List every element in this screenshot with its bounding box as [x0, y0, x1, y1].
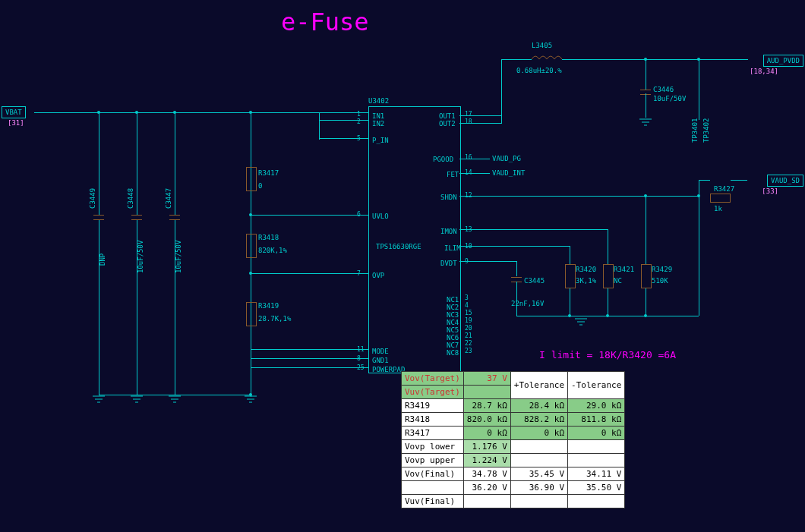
- tp3401: TP3401: [691, 118, 699, 143]
- tolerance-table: Vov(Target)37 V+Tolerance-Tolerance Vuv(…: [401, 371, 625, 508]
- gnd-icon: [573, 317, 589, 329]
- pin-in2: IN2: [372, 120, 384, 127]
- pin-uvlo: UVLO: [372, 212, 389, 220]
- pin-nc6: NC6: [447, 334, 459, 342]
- val-c3448: 10uF/50V: [137, 241, 144, 273]
- inductor-l3405: [532, 53, 562, 65]
- gnd-icon: [638, 118, 653, 129]
- res-r3420: [565, 264, 576, 288]
- pin-mode: MODE: [372, 348, 389, 355]
- res-r3427: [710, 194, 731, 203]
- res-r3417: [246, 167, 257, 191]
- cap-c3449: [93, 215, 104, 220]
- pin-out1: OUT1: [439, 112, 456, 120]
- schematic-title: e-Fuse: [281, 8, 369, 36]
- pin-nc4: NC4: [447, 319, 459, 326]
- cap-c3448: [131, 215, 142, 220]
- ref-c3449: C3449: [89, 188, 96, 209]
- val-r3418: 820K,1%: [258, 247, 287, 254]
- pin-powerpad: POWERPAD: [372, 366, 405, 373]
- val-r3429: 510K: [652, 277, 668, 285]
- ic-part: TPS16630RGE: [376, 243, 421, 250]
- pin-out2: OUT2: [439, 120, 456, 127]
- ref-r3418: R3418: [258, 234, 279, 241]
- ref-c3448: C3448: [127, 188, 134, 209]
- val-r3419: 28.7K,1%: [258, 315, 291, 323]
- port-aud-pvdd-pages: [18,34]: [750, 68, 778, 75]
- port-vaud-sd: VAUD_SD: [767, 175, 803, 187]
- val-r3427: 1k: [714, 205, 722, 212]
- net-vaud-int: VAUD_INT: [492, 169, 525, 177]
- gnd-icon: [167, 395, 182, 406]
- pin-ovp: OVP: [372, 272, 384, 279]
- pin-nc8: NC8: [447, 349, 459, 357]
- val-r3420: 3K,1%: [576, 277, 596, 285]
- ref-l3405: L3405: [532, 42, 552, 49]
- pin-nc3: NC3: [447, 311, 459, 319]
- tp3402: TP3402: [702, 118, 710, 143]
- val-c3446: 10uF/50V: [653, 95, 686, 102]
- ref-r3427: R3427: [714, 185, 734, 193]
- pin-imon: IMON: [440, 228, 457, 235]
- pin-dvdt: DVDT: [440, 260, 457, 267]
- ref-r3419: R3419: [258, 302, 279, 310]
- port-vbat-pages: [31]: [8, 119, 24, 127]
- pin-ilim: ILIM: [444, 244, 461, 252]
- res-r3429: [641, 264, 652, 288]
- pin-pin: P_IN: [372, 137, 389, 144]
- pin-in1: IN1: [372, 112, 384, 120]
- port-aud-pvdd: AUD_PVDD: [763, 55, 803, 67]
- pin-gnd1: GND1: [372, 357, 389, 364]
- ic-ref: U3402: [368, 97, 389, 105]
- ref-r3420: R3420: [576, 266, 596, 273]
- ref-r3421: R3421: [614, 266, 634, 273]
- ref-c3446: C3446: [653, 86, 674, 93]
- ref-c3447: C3447: [165, 188, 172, 209]
- pin-fet: FET: [447, 171, 459, 178]
- val-c3447: 10uF/50V: [175, 241, 182, 273]
- net-vaud-pg: VAUD_PG: [492, 155, 521, 162]
- val-c3449: DNP: [99, 253, 106, 266]
- port-vbat: VBAT: [2, 106, 26, 118]
- res-r3419: [246, 302, 257, 326]
- gnd-icon: [243, 395, 258, 406]
- pin-nc2: NC2: [447, 304, 459, 311]
- val-l3405: 0.68uH±20.%: [516, 67, 562, 74]
- ref-c3445: C3445: [524, 277, 545, 285]
- pin-nc5: NC5: [447, 326, 459, 334]
- ilimit-note: I limit = 18K/R3420 =6A: [539, 349, 676, 360]
- ref-r3417: R3417: [258, 169, 279, 177]
- val-r3417: 0: [258, 182, 262, 190]
- pin-nc1: NC1: [447, 296, 459, 304]
- pin-pgood: PGOOD: [433, 156, 453, 163]
- port-vaud-sd-pages: [33]: [762, 187, 778, 195]
- gnd-icon: [91, 395, 106, 406]
- res-r3418: [246, 234, 257, 258]
- val-r3421: NC: [614, 277, 622, 285]
- pin-nc7: NC7: [447, 342, 459, 349]
- gnd-icon: [129, 395, 144, 406]
- res-r3421: [603, 264, 614, 288]
- cap-c3447: [169, 215, 180, 220]
- pin-shdn: SHDN: [440, 194, 457, 201]
- ref-r3429: R3429: [652, 266, 672, 273]
